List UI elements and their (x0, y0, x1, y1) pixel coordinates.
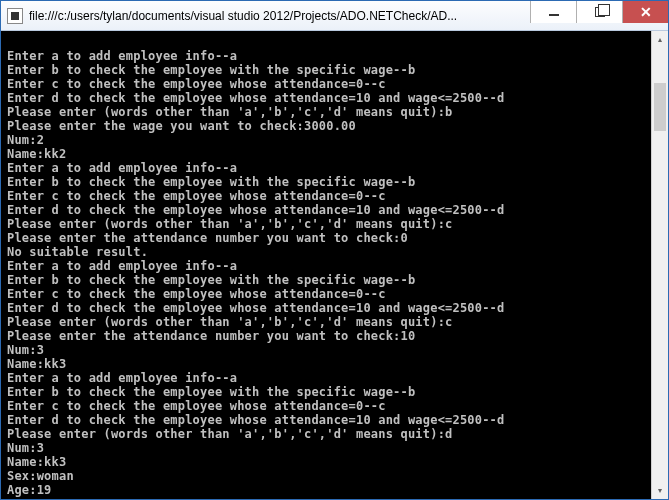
titlebar[interactable]: file:///c:/users/tylan/documents/visual … (1, 1, 668, 31)
console-line: Enter a to add employee info--a (7, 161, 237, 175)
console-line: Enter d to check the employee whose atte… (7, 413, 504, 427)
console-line: No suitable result. (7, 245, 148, 259)
console-line: Num:3 (7, 343, 44, 357)
console-window: file:///c:/users/tylan/documents/visual … (0, 0, 669, 500)
console-line: Enter a to add employee info--a (7, 49, 237, 63)
console-line: Enter d to check the employee whose atte… (7, 301, 504, 315)
console-output[interactable]: Enter a to add employee info--a Enter b … (1, 31, 651, 499)
maximize-button[interactable] (576, 1, 622, 23)
scroll-up-arrow[interactable]: ▴ (652, 31, 668, 48)
console-line: Enter c to check the employee whose atte… (7, 77, 386, 91)
vertical-scrollbar[interactable]: ▴ ▾ (651, 31, 668, 499)
console-line: Enter d to check the employee whose atte… (7, 203, 504, 217)
console-line: Age:19 (7, 483, 52, 497)
console-line: Enter b to check the employee with the s… (7, 175, 415, 189)
console-line: Enter b to check the employee with the s… (7, 385, 415, 399)
close-button[interactable]: ✕ (622, 1, 668, 23)
console-line: Sex:woman (7, 469, 74, 483)
console-line: Please enter (words other than 'a','b','… (7, 427, 452, 441)
console-area: Enter a to add employee info--a Enter b … (1, 31, 668, 499)
console-line: Enter d to check the employee whose atte… (7, 91, 504, 105)
app-icon (7, 8, 23, 24)
console-line: Please enter the wage you want to check:… (7, 119, 356, 133)
console-line: Please enter (words other than 'a','b','… (7, 217, 452, 231)
console-line: Name:kk3 (7, 357, 66, 371)
scrollbar-thumb[interactable] (654, 83, 666, 131)
console-line: Enter b to check the employee with the s… (7, 63, 415, 77)
console-line: Enter c to check the employee whose atte… (7, 399, 386, 413)
console-line: Please enter (words other than 'a','b','… (7, 105, 452, 119)
console-line: Enter a to add employee info--a (7, 259, 237, 273)
console-line: Enter c to check the employee whose atte… (7, 287, 386, 301)
console-line: Name:kk2 (7, 147, 66, 161)
console-line: Please enter the attendance number you w… (7, 231, 408, 245)
console-line: Enter a to add employee info--a (7, 371, 237, 385)
console-line: Num:2 (7, 133, 44, 147)
console-line: Department:qa (7, 497, 104, 499)
console-line: Please enter (words other than 'a','b','… (7, 315, 452, 329)
console-line: Name:kk3 (7, 455, 66, 469)
scroll-down-arrow[interactable]: ▾ (652, 482, 668, 499)
scrollbar-track[interactable] (652, 48, 668, 482)
console-line: Enter c to check the employee whose atte… (7, 189, 386, 203)
minimize-button[interactable] (530, 1, 576, 23)
window-title: file:///c:/users/tylan/documents/visual … (29, 9, 530, 23)
console-line: Num:3 (7, 441, 44, 455)
console-line: Please enter the attendance number you w… (7, 329, 415, 343)
console-line: Enter b to check the employee with the s… (7, 273, 415, 287)
window-controls: ✕ (530, 1, 668, 30)
